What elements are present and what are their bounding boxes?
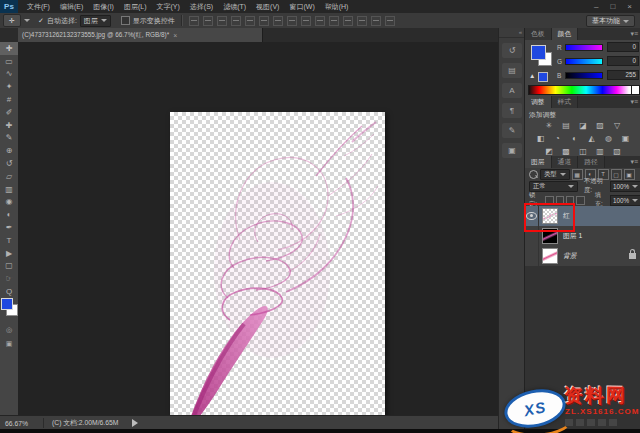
channel-mixer-icon[interactable]: ◍ xyxy=(603,133,614,143)
invert-icon[interactable]: ◩ xyxy=(544,146,555,156)
panel-menu-icon[interactable]: ▾≡ xyxy=(627,96,640,108)
minimize-button[interactable]: – xyxy=(594,2,598,11)
menu-item-window[interactable]: 窗口(W) xyxy=(284,0,319,13)
tab-adjustments[interactable]: 调整 xyxy=(525,96,552,108)
auto-align-layers-icon[interactable] xyxy=(357,16,367,26)
distribute-bottom-icon[interactable] xyxy=(301,16,311,26)
clone-source-panel-icon[interactable]: ▣ xyxy=(502,143,522,158)
selective-color-icon[interactable]: ▧ xyxy=(612,146,623,156)
align-top-edges-icon[interactable] xyxy=(189,16,199,26)
screen-mode-button[interactable]: ▣ xyxy=(0,338,18,350)
green-value-field[interactable]: 0 xyxy=(607,56,639,66)
menu-item-filter[interactable]: 滤镜(T) xyxy=(218,0,251,13)
blend-mode-dropdown[interactable]: 正常 xyxy=(529,181,578,192)
auto-select-checkbox[interactable]: ✓ xyxy=(38,17,44,25)
align-right-edges-icon[interactable] xyxy=(259,16,269,26)
align-vertical-centers-icon[interactable] xyxy=(203,16,213,26)
status-options-arrow-icon[interactable] xyxy=(132,419,138,427)
quick-selection-tool[interactable]: ✦ xyxy=(0,80,18,93)
character-panel-icon[interactable]: A xyxy=(502,83,522,98)
panel-menu-icon[interactable]: ▾≡ xyxy=(627,156,640,168)
blur-tool[interactable]: ◉ xyxy=(0,196,18,209)
green-slider[interactable] xyxy=(565,58,603,65)
paragraph-panel-icon[interactable]: ¶ xyxy=(502,103,522,118)
distribute-right-icon[interactable] xyxy=(343,16,353,26)
document-canvas[interactable] xyxy=(170,112,385,433)
show-transform-checkbox[interactable] xyxy=(121,16,130,25)
roll-3d-icon[interactable] xyxy=(385,16,395,26)
red-value-field[interactable]: 0 xyxy=(607,42,639,52)
pen-tool[interactable]: ✒ xyxy=(0,221,18,234)
lasso-tool[interactable]: ∿ xyxy=(0,68,18,81)
zoom-tool[interactable]: Q xyxy=(0,285,18,298)
clone-stamp-tool[interactable]: ⊕ xyxy=(0,144,18,157)
visibility-cell[interactable] xyxy=(525,246,539,266)
tab-color[interactable]: 颜色 xyxy=(552,28,579,40)
layer-row-background[interactable]: 背景 xyxy=(525,246,640,267)
eraser-tool[interactable]: ▱ xyxy=(0,170,18,183)
path-selection-tool[interactable]: ▶ xyxy=(0,247,18,260)
align-left-edges-icon[interactable] xyxy=(231,16,241,26)
menu-item-type[interactable]: 文字(Y) xyxy=(151,0,184,13)
blue-slider[interactable] xyxy=(565,72,603,79)
distribute-vertical-centers-icon[interactable] xyxy=(287,16,297,26)
menu-item-select[interactable]: 选择(S) xyxy=(185,0,218,13)
filter-shape-layers-icon[interactable]: ▢ xyxy=(611,169,622,180)
gradient-map-icon[interactable]: ▥ xyxy=(595,146,606,156)
levels-icon[interactable]: ▤ xyxy=(561,120,572,130)
document-tab[interactable]: (C)473731262132373555.jpg @ 66.7%(红, RGB… xyxy=(18,28,263,42)
filter-pixel-layers-icon[interactable]: ▦ xyxy=(572,169,583,180)
tab-styles[interactable]: 样式 xyxy=(552,96,579,108)
lock-all-icon[interactable] xyxy=(576,196,584,205)
dodge-tool[interactable]: ◐ xyxy=(0,208,18,221)
eyedropper-tool[interactable]: ✐ xyxy=(0,106,18,119)
menu-item-view[interactable]: 视图(V) xyxy=(251,0,284,13)
layer-name[interactable]: 背景 xyxy=(563,251,577,261)
hand-tool[interactable]: ☞ xyxy=(0,272,18,285)
menu-item-file[interactable]: 文件(F) xyxy=(22,0,55,13)
layer-name[interactable]: 图层 1 xyxy=(563,231,582,241)
dock-collapse-handle[interactable]: « xyxy=(499,28,525,38)
color-balance-icon[interactable]: ◔ xyxy=(552,133,563,143)
white-swatch[interactable] xyxy=(631,85,640,95)
vibrance-icon[interactable]: ▽ xyxy=(612,120,623,130)
menu-item-edit[interactable]: 编辑(E) xyxy=(55,0,88,13)
zoom-level-field[interactable]: 66.67% xyxy=(5,420,35,427)
tab-close-icon[interactable]: × xyxy=(173,32,177,39)
tool-preset-arrow-icon[interactable] xyxy=(24,19,30,22)
properties-panel-icon[interactable]: ▤ xyxy=(502,63,522,78)
gamut-warning-icon[interactable]: ▲ xyxy=(529,72,535,79)
brush-panel-icon[interactable]: ✎ xyxy=(502,123,522,138)
red-slider[interactable] xyxy=(565,44,603,51)
tab-layers[interactable]: 图层 xyxy=(525,156,552,168)
horizontal-type-tool[interactable]: T xyxy=(0,234,18,247)
distribute-left-icon[interactable] xyxy=(315,16,325,26)
layer-thumbnail[interactable] xyxy=(542,248,558,264)
menu-item-help[interactable]: 帮助(H) xyxy=(320,0,354,13)
history-brush-tool[interactable]: ↺ xyxy=(0,157,18,170)
filter-type-dropdown[interactable]: 类型 xyxy=(540,169,570,180)
color-spectrum-ramp[interactable] xyxy=(528,85,632,95)
history-panel-icon[interactable]: ↺ xyxy=(502,43,522,58)
color-lookup-icon[interactable]: ▣ xyxy=(620,133,631,143)
brightness-contrast-icon[interactable]: ✳ xyxy=(544,120,555,130)
workspace-switcher[interactable]: 基本功能 xyxy=(586,15,635,27)
align-bottom-edges-icon[interactable] xyxy=(217,16,227,26)
menu-item-image[interactable]: 图像(I) xyxy=(88,0,119,13)
move-tool[interactable]: ✛ xyxy=(0,42,18,55)
foreground-color-swatch[interactable] xyxy=(1,298,13,310)
black-white-icon[interactable]: ◐ xyxy=(569,133,580,143)
blue-value-field[interactable]: 255 xyxy=(607,70,639,80)
brush-tool[interactable]: ✎ xyxy=(0,132,18,145)
spot-healing-brush-tool[interactable]: ✚ xyxy=(0,119,18,132)
hue-saturation-icon[interactable]: ◧ xyxy=(535,133,546,143)
menu-item-layer[interactable]: 图层(L) xyxy=(119,0,152,13)
posterize-icon[interactable]: ▩ xyxy=(561,146,572,156)
tab-channels[interactable]: 通道 xyxy=(552,156,579,168)
panel-menu-icon[interactable]: ▾≡ xyxy=(627,28,640,40)
rectangle-tool[interactable]: ▢ xyxy=(0,260,18,273)
fill-field[interactable]: 100% xyxy=(610,195,640,206)
auto-select-dropdown[interactable]: 图层 xyxy=(80,15,111,27)
curves-icon[interactable]: ◪ xyxy=(578,120,589,130)
maximize-button[interactable]: □ xyxy=(610,2,615,11)
